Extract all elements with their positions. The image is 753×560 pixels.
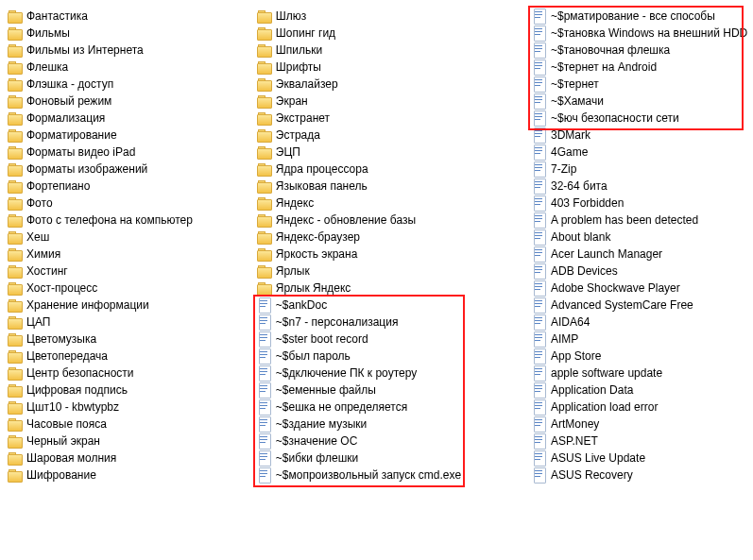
file-item[interactable]: Acer Launch Manager: [530, 246, 747, 263]
folder-item[interactable]: Яндекс: [255, 195, 530, 212]
item-label: ~$ибки флешки: [276, 451, 358, 465]
folder-item[interactable]: Формализация: [6, 110, 255, 127]
file-item[interactable]: ~$рматирование - все способы: [530, 8, 747, 25]
folder-item[interactable]: Флэшка - доступ: [6, 76, 255, 93]
file-item[interactable]: Application load error: [530, 399, 747, 416]
folder-item[interactable]: Фильмы: [6, 25, 255, 42]
folder-item[interactable]: Флешка: [6, 59, 255, 76]
folder-icon: [8, 144, 23, 160]
folder-item[interactable]: Шопинг гид: [255, 25, 530, 42]
document-icon: [532, 127, 547, 143]
item-label: ~$тернет: [551, 77, 599, 91]
file-item[interactable]: ~$тернет на Android: [530, 59, 747, 76]
file-item[interactable]: ~$ster boot record: [255, 331, 530, 348]
folder-item[interactable]: Эстрада: [255, 127, 530, 144]
file-item[interactable]: 403 Forbidden: [530, 195, 747, 212]
folder-item[interactable]: Яркость экрана: [255, 246, 530, 263]
folder-item[interactable]: Фортепиано: [6, 178, 255, 195]
file-item[interactable]: App Store: [530, 348, 747, 365]
folder-item[interactable]: Центр безопасности: [6, 365, 255, 382]
folder-item[interactable]: Фильмы из Интернета: [6, 42, 255, 59]
folder-item[interactable]: Хеш: [6, 229, 255, 246]
folder-item[interactable]: Шаровая молния: [6, 450, 255, 467]
file-item[interactable]: ~$здание музыки: [255, 416, 530, 433]
file-item[interactable]: 7-Zip: [530, 161, 747, 178]
file-item[interactable]: ~$значение ОС: [255, 433, 530, 450]
file-item[interactable]: ~$тернет: [530, 76, 747, 93]
folder-item[interactable]: Шлюз: [255, 8, 530, 25]
folder-item[interactable]: ЭЦП: [255, 144, 530, 161]
folder-item[interactable]: Хранение информации: [6, 297, 255, 314]
folder-item[interactable]: Форматы видео iPad: [6, 144, 255, 161]
folder-icon: [8, 110, 23, 126]
file-item[interactable]: ~$Хамачи: [530, 93, 747, 110]
folder-item[interactable]: Фото: [6, 195, 255, 212]
file-item[interactable]: ~$мопроизвольный запуск cmd.exe: [255, 467, 530, 484]
file-item[interactable]: ~$ешка не определяется: [255, 399, 530, 416]
file-item[interactable]: Advanced SystemCare Free: [530, 297, 747, 314]
folder-item[interactable]: Хост-процесс: [6, 280, 255, 297]
folder-item[interactable]: Химия: [6, 246, 255, 263]
folder-item[interactable]: Часовые пояса: [6, 416, 255, 433]
folder-item[interactable]: Ядра процессора: [255, 161, 530, 178]
file-item[interactable]: ~$n7 - персонализация: [255, 314, 530, 331]
folder-item[interactable]: Черный экран: [6, 433, 255, 450]
file-item[interactable]: 4Game: [530, 144, 747, 161]
file-item[interactable]: A problem has been detected: [530, 212, 747, 229]
file-item[interactable]: ~$был пароль: [255, 348, 530, 365]
folder-item[interactable]: Эквалайзер: [255, 76, 530, 93]
folder-item[interactable]: Цветомузыка: [6, 331, 255, 348]
file-item[interactable]: ASUS Live Update: [530, 450, 747, 467]
folder-item[interactable]: Шифрование: [6, 467, 255, 484]
file-item[interactable]: ~$ankDoc: [255, 297, 530, 314]
file-item[interactable]: About blank: [530, 229, 747, 246]
file-item[interactable]: AIDA64: [530, 314, 747, 331]
folder-item[interactable]: Ярлык: [255, 263, 530, 280]
folder-item[interactable]: Яндекс-браузер: [255, 229, 530, 246]
file-item[interactable]: ASP.NET: [530, 433, 747, 450]
folder-icon: [8, 348, 23, 364]
item-label: Фото с телефона на компьютер: [26, 213, 193, 227]
file-item[interactable]: ArtMoney: [530, 416, 747, 433]
file-item[interactable]: Adobe Shockwave Player: [530, 280, 747, 297]
folder-item[interactable]: Ярлык Яндекс: [255, 280, 530, 297]
folder-item[interactable]: Цветопередача: [6, 348, 255, 365]
file-item[interactable]: ~$еменные файлы: [255, 382, 530, 399]
file-item[interactable]: ~$тановка Windows на внешний HDD: [530, 25, 747, 42]
folder-icon: [8, 314, 23, 330]
folder-item[interactable]: Шрифты: [255, 59, 530, 76]
file-item[interactable]: ASUS Recovery: [530, 467, 747, 484]
file-item[interactable]: apple software update: [530, 365, 747, 382]
file-item[interactable]: ~$дключение ПК к роутеру: [255, 365, 530, 382]
column-3: ~$рматирование - все способы~$тановка Wi…: [530, 8, 747, 484]
folder-item[interactable]: Фантастика: [6, 8, 255, 25]
folder-item[interactable]: Цифровая подпись: [6, 382, 255, 399]
folder-item[interactable]: Форматирование: [6, 127, 255, 144]
folder-item[interactable]: Форматы изображений: [6, 161, 255, 178]
item-label: Application Data: [551, 383, 633, 397]
file-item[interactable]: AIMP: [530, 331, 747, 348]
folder-icon: [8, 25, 23, 41]
folder-item[interactable]: Экран: [255, 93, 530, 110]
document-icon: [532, 212, 547, 228]
file-item[interactable]: ~$юч безопасности сети: [530, 110, 747, 127]
folder-item[interactable]: Экстранет: [255, 110, 530, 127]
file-item[interactable]: Application Data: [530, 382, 747, 399]
document-icon: [532, 144, 547, 160]
file-item[interactable]: ~$тановочная флешка: [530, 42, 747, 59]
folder-item[interactable]: Шпильки: [255, 42, 530, 59]
folder-item[interactable]: Фото с телефона на компьютер: [6, 212, 255, 229]
folder-item[interactable]: Языковая панель: [255, 178, 530, 195]
file-item[interactable]: ~$ибки флешки: [255, 450, 530, 467]
file-item[interactable]: ADB Devices: [530, 263, 747, 280]
folder-item[interactable]: Фоновый режим: [6, 93, 255, 110]
item-label: Цшт10 - kbwtypbz: [26, 400, 119, 414]
folder-item[interactable]: ЦАП: [6, 314, 255, 331]
file-item[interactable]: 32-64 бита: [530, 178, 747, 195]
folder-item[interactable]: Цшт10 - kbwtypbz: [6, 399, 255, 416]
file-item[interactable]: 3DMark: [530, 127, 747, 144]
folder-item[interactable]: Яндекс - обновление базы: [255, 212, 530, 229]
folder-item[interactable]: Хостинг: [6, 263, 255, 280]
item-label: Хостинг: [26, 264, 68, 278]
item-label: ЦАП: [26, 315, 50, 329]
